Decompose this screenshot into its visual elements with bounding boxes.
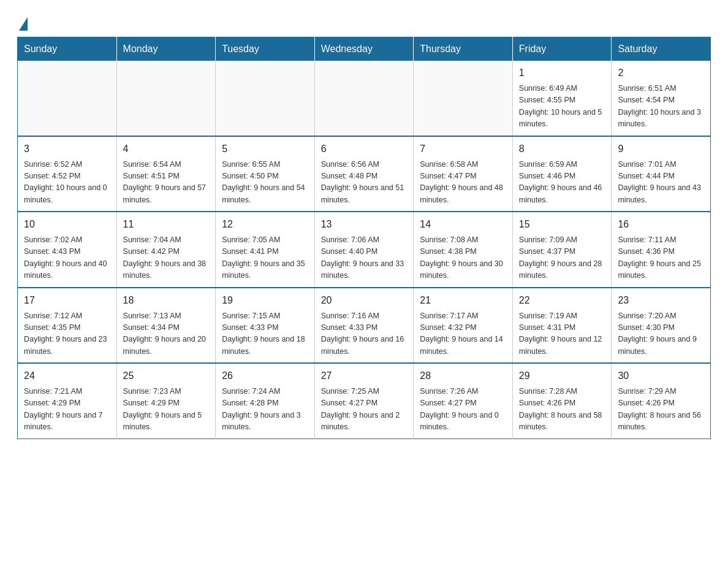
day-number: 30 <box>618 369 704 383</box>
day-number: 4 <box>123 142 210 156</box>
day-info: Sunrise: 7:25 AMSunset: 4:27 PMDaylight:… <box>321 386 408 434</box>
day-info: Sunrise: 7:28 AMSunset: 4:26 PMDaylight:… <box>519 386 605 434</box>
day-number: 28 <box>420 369 506 383</box>
calendar-cell: 22Sunrise: 7:19 AMSunset: 4:31 PMDayligh… <box>512 288 612 364</box>
weekday-header: Saturday <box>612 37 711 61</box>
calendar-cell: 13Sunrise: 7:06 AMSunset: 4:40 PMDayligh… <box>314 212 414 288</box>
day-number: 10 <box>24 217 110 232</box>
calendar-cell: 19Sunrise: 7:15 AMSunset: 4:33 PMDayligh… <box>216 288 315 364</box>
day-info: Sunrise: 6:59 AMSunset: 4:46 PMDaylight:… <box>519 159 605 207</box>
weekday-header: Sunday <box>18 37 117 61</box>
weekday-header: Friday <box>512 37 612 61</box>
day-info: Sunrise: 6:55 AMSunset: 4:50 PMDaylight:… <box>222 159 308 207</box>
day-number: 7 <box>420 142 506 156</box>
day-info: Sunrise: 7:17 AMSunset: 4:32 PMDaylight:… <box>420 310 506 358</box>
day-info: Sunrise: 7:13 AMSunset: 4:34 PMDaylight:… <box>123 310 210 358</box>
day-number: 1 <box>519 66 605 80</box>
page-header <box>17 15 711 27</box>
calendar-cell: 29Sunrise: 7:28 AMSunset: 4:26 PMDayligh… <box>512 363 612 439</box>
day-number: 24 <box>24 369 110 383</box>
day-number: 22 <box>519 293 605 308</box>
weekday-header: Wednesday <box>314 37 414 61</box>
day-info: Sunrise: 7:19 AMSunset: 4:31 PMDaylight:… <box>519 310 605 358</box>
weekday-header: Monday <box>116 37 216 61</box>
day-info: Sunrise: 7:26 AMSunset: 4:27 PMDaylight:… <box>420 386 506 434</box>
day-info: Sunrise: 6:54 AMSunset: 4:51 PMDaylight:… <box>123 159 210 207</box>
calendar-cell: 8Sunrise: 6:59 AMSunset: 4:46 PMDaylight… <box>512 136 612 212</box>
calendar-cell: 17Sunrise: 7:12 AMSunset: 4:35 PMDayligh… <box>18 288 117 364</box>
day-number: 13 <box>321 217 408 232</box>
calendar-week-row: 17Sunrise: 7:12 AMSunset: 4:35 PMDayligh… <box>18 288 711 364</box>
day-number: 17 <box>24 293 110 308</box>
day-number: 15 <box>519 217 605 232</box>
day-info: Sunrise: 7:01 AMSunset: 4:44 PMDaylight:… <box>618 159 704 207</box>
day-number: 5 <box>222 142 308 156</box>
calendar-week-row: 10Sunrise: 7:02 AMSunset: 4:43 PMDayligh… <box>18 212 711 288</box>
calendar-cell: 1Sunrise: 6:49 AMSunset: 4:55 PMDaylight… <box>512 61 612 136</box>
calendar-cell: 30Sunrise: 7:29 AMSunset: 4:26 PMDayligh… <box>612 363 711 439</box>
day-info: Sunrise: 7:15 AMSunset: 4:33 PMDaylight:… <box>222 310 308 358</box>
day-number: 19 <box>222 293 308 308</box>
calendar-cell: 14Sunrise: 7:08 AMSunset: 4:38 PMDayligh… <box>414 212 513 288</box>
calendar-cell: 27Sunrise: 7:25 AMSunset: 4:27 PMDayligh… <box>314 363 414 439</box>
calendar-week-row: 24Sunrise: 7:21 AMSunset: 4:29 PMDayligh… <box>18 363 711 439</box>
day-number: 12 <box>222 217 308 232</box>
day-number: 23 <box>618 293 704 308</box>
day-number: 11 <box>123 217 210 232</box>
calendar-cell <box>216 61 315 136</box>
calendar-cell <box>18 61 117 136</box>
day-info: Sunrise: 7:08 AMSunset: 4:38 PMDaylight:… <box>420 234 506 282</box>
day-number: 29 <box>519 369 605 383</box>
calendar-cell: 4Sunrise: 6:54 AMSunset: 4:51 PMDaylight… <box>116 136 216 212</box>
day-number: 3 <box>24 142 110 156</box>
calendar-cell: 5Sunrise: 6:55 AMSunset: 4:50 PMDaylight… <box>216 136 315 212</box>
day-info: Sunrise: 7:04 AMSunset: 4:42 PMDaylight:… <box>123 234 210 282</box>
day-info: Sunrise: 7:05 AMSunset: 4:41 PMDaylight:… <box>222 234 308 282</box>
calendar-cell: 18Sunrise: 7:13 AMSunset: 4:34 PMDayligh… <box>116 288 216 364</box>
weekday-header: Thursday <box>414 37 513 61</box>
day-info: Sunrise: 7:11 AMSunset: 4:36 PMDaylight:… <box>618 234 704 282</box>
calendar-cell <box>116 61 216 136</box>
calendar-week-row: 3Sunrise: 6:52 AMSunset: 4:52 PMDaylight… <box>18 136 711 212</box>
calendar-cell: 7Sunrise: 6:58 AMSunset: 4:47 PMDaylight… <box>414 136 513 212</box>
day-number: 21 <box>420 293 506 308</box>
calendar-header-row: SundayMondayTuesdayWednesdayThursdayFrid… <box>18 37 711 61</box>
calendar-cell: 3Sunrise: 6:52 AMSunset: 4:52 PMDaylight… <box>18 136 117 212</box>
day-number: 14 <box>420 217 506 232</box>
day-info: Sunrise: 7:24 AMSunset: 4:28 PMDaylight:… <box>222 386 308 434</box>
day-info: Sunrise: 7:23 AMSunset: 4:29 PMDaylight:… <box>123 386 210 434</box>
weekday-header: Tuesday <box>216 37 315 61</box>
calendar-cell: 12Sunrise: 7:05 AMSunset: 4:41 PMDayligh… <box>216 212 315 288</box>
calendar-cell: 2Sunrise: 6:51 AMSunset: 4:54 PMDaylight… <box>612 61 711 136</box>
day-info: Sunrise: 7:29 AMSunset: 4:26 PMDaylight:… <box>618 386 704 434</box>
day-number: 26 <box>222 369 308 383</box>
calendar-cell: 11Sunrise: 7:04 AMSunset: 4:42 PMDayligh… <box>116 212 216 288</box>
day-info: Sunrise: 6:49 AMSunset: 4:55 PMDaylight:… <box>519 83 605 131</box>
day-number: 8 <box>519 142 605 156</box>
calendar-cell: 25Sunrise: 7:23 AMSunset: 4:29 PMDayligh… <box>116 363 216 439</box>
calendar-cell: 16Sunrise: 7:11 AMSunset: 4:36 PMDayligh… <box>612 212 711 288</box>
logo-triangle-icon <box>19 17 28 31</box>
day-info: Sunrise: 7:20 AMSunset: 4:30 PMDaylight:… <box>618 310 704 358</box>
calendar-cell: 10Sunrise: 7:02 AMSunset: 4:43 PMDayligh… <box>18 212 117 288</box>
day-number: 16 <box>618 217 704 232</box>
day-number: 6 <box>321 142 408 156</box>
day-number: 9 <box>618 142 704 156</box>
calendar-cell: 15Sunrise: 7:09 AMSunset: 4:37 PMDayligh… <box>512 212 612 288</box>
calendar-cell: 28Sunrise: 7:26 AMSunset: 4:27 PMDayligh… <box>414 363 513 439</box>
day-info: Sunrise: 7:02 AMSunset: 4:43 PMDaylight:… <box>24 234 110 282</box>
calendar-cell: 9Sunrise: 7:01 AMSunset: 4:44 PMDaylight… <box>612 136 711 212</box>
day-info: Sunrise: 6:56 AMSunset: 4:48 PMDaylight:… <box>321 159 408 207</box>
day-info: Sunrise: 7:16 AMSunset: 4:33 PMDaylight:… <box>321 310 408 358</box>
day-info: Sunrise: 6:51 AMSunset: 4:54 PMDaylight:… <box>618 83 704 131</box>
day-info: Sunrise: 7:21 AMSunset: 4:29 PMDaylight:… <box>24 386 110 434</box>
logo <box>17 15 28 27</box>
day-info: Sunrise: 7:06 AMSunset: 4:40 PMDaylight:… <box>321 234 408 282</box>
calendar-week-row: 1Sunrise: 6:49 AMSunset: 4:55 PMDaylight… <box>18 61 711 136</box>
calendar-cell <box>314 61 414 136</box>
calendar-table: SundayMondayTuesdayWednesdayThursdayFrid… <box>17 37 711 439</box>
calendar-cell: 26Sunrise: 7:24 AMSunset: 4:28 PMDayligh… <box>216 363 315 439</box>
day-number: 2 <box>618 66 704 80</box>
day-number: 27 <box>321 369 408 383</box>
calendar-cell: 24Sunrise: 7:21 AMSunset: 4:29 PMDayligh… <box>18 363 117 439</box>
